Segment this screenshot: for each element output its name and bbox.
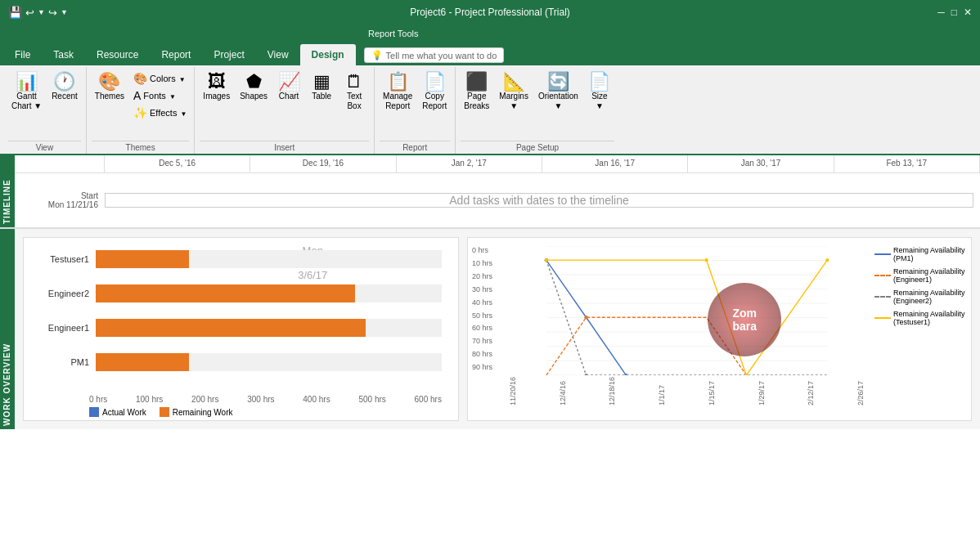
tab-file[interactable]: File <box>3 44 42 65</box>
recent-btn[interactable]: 🕐 Recent <box>48 70 81 104</box>
bar-fill-testuser1 <box>96 250 189 268</box>
tab-project[interactable]: Project <box>202 44 255 65</box>
line-chart: 90 hrs 80 hrs 70 hrs 60 hrs 50 hrs 40 hr… <box>467 237 972 421</box>
shapes-label: Shapes <box>240 92 267 101</box>
timeline-date-4: Jan 16, '17 <box>542 155 688 172</box>
bar-track-engineer1 <box>96 319 442 337</box>
bar-row-pm1: PM1 <box>36 353 442 371</box>
undo-dropdown-icon[interactable]: ▼ <box>38 8 45 16</box>
work-overview-section: WORK OVERVIEW Mon11/21/16 - Mon 3/6/17 T… <box>0 229 980 429</box>
save-icon[interactable]: 💾 <box>8 6 22 19</box>
pagesetup-group-label: Page Setup <box>461 141 614 154</box>
legend-remaining-label: Remaining Work <box>173 408 233 417</box>
margins-label: Margins▼ <box>499 92 528 111</box>
size-btn[interactable]: 📄 Size▼ <box>585 70 614 114</box>
minimize-btn[interactable]: ─ <box>937 7 945 18</box>
chart-label: Chart <box>279 92 299 101</box>
chart-legend-engineer2: Remaining Availability (Engineer2) <box>874 289 967 305</box>
x-label-7: 2/12/17 <box>807 377 815 405</box>
view-group-label: View <box>8 141 81 154</box>
report-group-label: Report <box>380 141 450 154</box>
tell-me-box[interactable]: 💡 Tell me what you want to do <box>364 47 505 63</box>
images-icon: 🖼 <box>208 73 226 91</box>
themes-icon: 🎨 <box>98 73 120 91</box>
timeline-body: Start Mon 11/21/16 Add tasks with dates … <box>15 173 980 227</box>
recent-label: Recent <box>52 92 78 101</box>
insert-group-label: Insert <box>200 141 369 154</box>
tab-view[interactable]: View <box>256 44 300 65</box>
copy-report-btn[interactable]: 📄 CopyReport <box>419 70 450 114</box>
chart-btn[interactable]: 📈 Chart <box>274 70 303 104</box>
tab-report[interactable]: Report <box>150 44 202 65</box>
ribbon-group-view: 📊 GanttChart ▼ 🕐 Recent View <box>3 67 87 154</box>
colors-label: Colors ▼ <box>150 74 186 83</box>
timeline-header: Dec 5, '16 Dec 19, '16 Jan 2, '17 Jan 16… <box>15 155 980 173</box>
shapes-icon: ⬟ <box>246 73 262 91</box>
colors-btn[interactable]: 🎨 Colors ▼ <box>131 70 189 87</box>
close-btn[interactable]: ✕ <box>964 7 972 18</box>
chart-legend: Remaining Availability (PM1) Remaining A… <box>874 246 967 326</box>
table-btn[interactable]: ▦ Table <box>307 70 336 104</box>
margins-icon: 📐 <box>503 73 525 91</box>
restore-btn[interactable]: □ <box>951 7 957 18</box>
page-breaks-icon: ⬛ <box>465 73 488 91</box>
timeline-date-6: Feb 13, '17 <box>834 155 980 172</box>
undo-icon[interactable]: ↩ <box>25 7 34 19</box>
tab-design[interactable]: Design <box>300 44 356 65</box>
chart-legend-engineer1: Remaining Availability (Engineer1) <box>874 267 967 284</box>
gantt-chart-btn[interactable]: 📊 GanttChart ▼ <box>8 70 45 114</box>
table-icon: ▦ <box>313 73 330 91</box>
gantt-chart-label: GanttChart ▼ <box>11 92 42 111</box>
manage-report-icon: 📋 <box>387 73 409 91</box>
svg-point-18 <box>704 258 708 262</box>
timeline-date-1: Dec 5, '16 <box>105 155 250 172</box>
text-box-icon: 🗒 <box>345 73 363 91</box>
bar-row-engineer1: Engineer1 <box>36 319 442 337</box>
bar-track-pm1 <box>96 353 442 371</box>
page-breaks-btn[interactable]: ⬛ PageBreaks <box>461 70 492 114</box>
colors-icon: 🎨 <box>133 72 147 85</box>
themes-btn[interactable]: 🎨 Themes <box>92 70 128 104</box>
legend-engineer1-label: Remaining Availability (Engineer1) <box>893 267 967 284</box>
ribbon-tabs-row: File Task Resource Report Project View D… <box>3 44 504 65</box>
bar-label-engineer1: Engineer1 <box>36 323 89 333</box>
timeline-content: Dec 5, '16 Dec 19, '16 Jan 2, '17 Jan 16… <box>15 155 980 227</box>
gantt-chart-icon: 📊 <box>16 73 38 91</box>
view-group-body: 📊 GanttChart ▼ 🕐 Recent <box>8 70 81 139</box>
shapes-btn[interactable]: ⬟ Shapes <box>236 70 271 104</box>
size-icon: 📄 <box>588 73 610 91</box>
table-label: Table <box>312 92 331 101</box>
effects-btn[interactable]: ✨ Effects ▼ <box>131 105 189 121</box>
manage-report-label: ManageReport <box>383 92 412 111</box>
page-breaks-label: PageBreaks <box>464 92 489 111</box>
text-box-label: TextBox <box>347 92 362 111</box>
timeline-label: TIMELINE <box>0 155 15 227</box>
orientation-btn[interactable]: 🔄 Orientation▼ <box>535 70 582 114</box>
images-btn[interactable]: 🖼 Images <box>200 70 233 104</box>
margins-btn[interactable]: 📐 Margins▼ <box>496 70 532 114</box>
bar-label-engineer2: Engineer2 <box>36 289 89 298</box>
x-label-4: 1/1/17 <box>658 377 666 405</box>
customize-icon[interactable]: ▼ <box>61 8 68 16</box>
ribbon-group-themes: 🎨 Themes 🎨 Colors ▼ A Fonts ▼ ✨ Effects … <box>87 67 196 154</box>
size-label: Size▼ <box>591 92 607 111</box>
tab-resource[interactable]: Resource <box>85 44 150 65</box>
legend-actual-label: Actual Work <box>102 408 146 417</box>
bar-fill-engineer1 <box>96 319 366 337</box>
x-label-5: 1/15/17 <box>708 377 716 405</box>
effects-label: Effects ▼ <box>150 108 187 118</box>
fonts-icon: A <box>133 89 141 102</box>
start-label: Start <box>21 191 98 200</box>
legend-remaining: Remaining Work <box>160 407 233 417</box>
start-date: Mon 11/21/16 <box>21 200 98 209</box>
manage-report-btn[interactable]: 📋 ManageReport <box>380 70 416 114</box>
timeline-section: TIMELINE Dec 5, '16 Dec 19, '16 Jan 2, '… <box>0 155 980 229</box>
legend-actual: Actual Work <box>89 407 146 417</box>
images-label: Images <box>203 92 230 101</box>
tab-task[interactable]: Task <box>42 44 85 65</box>
redo-icon[interactable]: ↪ <box>48 7 57 19</box>
fonts-btn[interactable]: A Fonts ▼ <box>131 87 189 104</box>
tabs-area: Report Tools File Task Resource Report P… <box>0 25 980 65</box>
text-box-btn[interactable]: 🗒 TextBox <box>339 70 369 114</box>
tell-me-text: Tell me what you want to do <box>386 51 497 60</box>
